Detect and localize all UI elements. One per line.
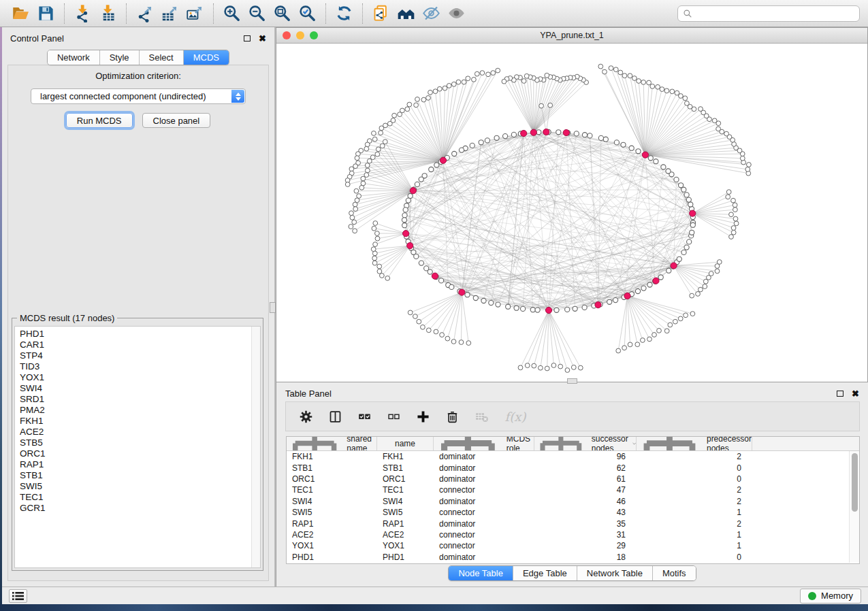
mcds-result-item[interactable]: SWI5 — [20, 481, 260, 492]
cell-shared-name[interactable]: SWI5 — [287, 508, 377, 517]
cell-successor-nodes[interactable]: 18 — [534, 552, 637, 562]
mcds-result-item[interactable]: PMA2 — [20, 405, 260, 416]
cell-name[interactable]: FKH1 — [377, 452, 434, 461]
minimize-window-icon[interactable] — [296, 31, 304, 39]
mcds-result-item[interactable]: SWI4 — [20, 383, 260, 394]
zoom-fit-button[interactable] — [270, 2, 295, 25]
import-table-button[interactable] — [95, 2, 120, 25]
deselect-all-checkboxes-button[interactable] — [385, 408, 402, 425]
cell-shared-name[interactable]: ORC1 — [287, 474, 377, 484]
zoom-in-button[interactable] — [219, 2, 244, 25]
mcds-result-item[interactable]: SRD1 — [20, 394, 260, 405]
cell-predecessor-nodes[interactable]: 1 — [637, 508, 752, 517]
tab-node-table[interactable]: Node Table — [449, 566, 513, 580]
tab-select[interactable]: Select — [140, 50, 184, 65]
open-file-button[interactable] — [8, 2, 33, 25]
cell-MCDS-role[interactable]: dominator — [434, 452, 534, 461]
mcds-result-item[interactable]: GCR1 — [20, 503, 260, 514]
cell-name[interactable]: TEC1 — [377, 485, 434, 495]
new-network-from-selection-button[interactable] — [368, 2, 393, 25]
mcds-result-item[interactable]: STP4 — [20, 350, 260, 361]
cell-predecessor-nodes[interactable]: 1 — [637, 541, 752, 550]
mcds-result-list[interactable]: PHD1CAR1STP4TID3YOX1SWI4SRD1PMA2FKH1ACE2… — [14, 326, 261, 568]
cell-name[interactable]: SWI4 — [377, 497, 434, 506]
mcds-result-item[interactable]: STB5 — [20, 437, 260, 448]
cell-MCDS-role[interactable]: connector — [434, 485, 534, 495]
close-panel-icon[interactable]: ✖ — [259, 34, 266, 43]
cell-predecessor-nodes[interactable]: 0 — [637, 463, 752, 473]
cell-MCDS-role[interactable]: connector — [434, 508, 534, 517]
cell-name[interactable]: YOX1 — [377, 541, 434, 550]
memory-button[interactable]: Memory — [800, 589, 861, 604]
mcds-result-item[interactable]: STB1 — [20, 470, 260, 481]
mcds-result-item[interactable]: YOX1 — [20, 372, 260, 383]
network-graph[interactable] — [276, 44, 867, 382]
tab-edge-table[interactable]: Edge Table — [513, 566, 577, 580]
cell-shared-name[interactable]: SWI4 — [287, 497, 377, 506]
cell-MCDS-role[interactable]: dominator — [434, 519, 534, 529]
mcds-result-scrollbar[interactable] — [251, 327, 260, 567]
cell-name[interactable]: SWI5 — [377, 508, 434, 517]
cell-successor-nodes[interactable]: 46 — [534, 497, 637, 506]
cell-predecessor-nodes[interactable]: 2 — [637, 485, 752, 495]
mcds-result-item[interactable]: ORC1 — [20, 448, 260, 459]
cell-shared-name[interactable]: ACE2 — [287, 530, 377, 540]
cell-successor-nodes[interactable]: 31 — [534, 530, 637, 540]
cell-successor-nodes[interactable]: 29 — [534, 541, 637, 550]
close-window-icon[interactable] — [283, 31, 291, 39]
cell-name[interactable]: ACE2 — [377, 530, 434, 540]
cell-shared-name[interactable]: FKH1 — [287, 452, 377, 461]
cell-shared-name[interactable]: STB1 — [287, 463, 377, 473]
table-scrollbar-thumb[interactable] — [852, 453, 858, 512]
apply-preferred-layout-button[interactable] — [332, 2, 357, 25]
network-canvas[interactable] — [276, 44, 867, 382]
optimization-criterion-select[interactable]: largest connected component (undirected) — [31, 88, 246, 104]
close-panel-button[interactable]: Close panel — [142, 113, 211, 128]
export-network-button[interactable] — [132, 2, 157, 25]
mcds-result-item[interactable]: CAR1 — [20, 340, 260, 350]
cell-shared-name[interactable]: YOX1 — [287, 541, 377, 550]
cell-MCDS-role[interactable]: dominator — [434, 474, 534, 484]
cell-predecessor-nodes[interactable]: 2 — [637, 452, 752, 461]
cell-predecessor-nodes[interactable]: 2 — [637, 497, 752, 506]
save-session-button[interactable] — [33, 2, 59, 25]
cell-shared-name[interactable]: PHD1 — [287, 552, 377, 562]
tab-network-table[interactable]: Network Table — [577, 566, 653, 580]
task-history-button[interactable] — [9, 589, 27, 603]
mcds-result-item[interactable]: TID3 — [20, 361, 260, 372]
column-header-predecessor-nodes[interactable]: predecessor nodes — [637, 437, 752, 450]
export-table-button[interactable] — [157, 2, 182, 25]
cell-successor-nodes[interactable]: 96 — [534, 452, 637, 461]
column-header-MCDS-role[interactable]: MCDS role — [434, 437, 534, 450]
import-network-button[interactable] — [70, 2, 95, 25]
float-panel-icon[interactable] — [244, 35, 251, 42]
mcds-result-item[interactable]: RAP1 — [20, 459, 260, 470]
cell-MCDS-role[interactable]: dominator — [434, 463, 534, 473]
cell-name[interactable]: STB1 — [377, 463, 434, 473]
cell-name[interactable]: ORC1 — [377, 474, 434, 484]
cell-successor-nodes[interactable]: 62 — [534, 463, 637, 473]
cell-shared-name[interactable]: RAP1 — [287, 519, 377, 529]
close-panel-icon[interactable]: ✖ — [852, 389, 859, 398]
cell-name[interactable]: RAP1 — [377, 519, 434, 529]
mcds-result-item[interactable]: FKH1 — [20, 416, 260, 427]
cell-successor-nodes[interactable]: 47 — [534, 485, 637, 495]
mcds-result-item[interactable]: ACE2 — [20, 427, 260, 437]
cell-successor-nodes[interactable]: 43 — [534, 508, 637, 517]
mcds-result-item[interactable]: TEC1 — [20, 492, 260, 503]
tab-style[interactable]: Style — [100, 50, 140, 65]
table-scrollbar[interactable] — [849, 451, 859, 563]
horizontal-splitter-grip[interactable] — [567, 378, 577, 384]
column-header-shared-name[interactable]: shared name — [287, 437, 377, 450]
vertical-splitter-grip[interactable] — [270, 302, 276, 313]
zoom-out-button[interactable] — [244, 2, 270, 25]
tab-mcds[interactable]: MCDS — [184, 50, 229, 65]
cell-shared-name[interactable]: TEC1 — [287, 485, 377, 495]
export-image-button[interactable] — [182, 2, 208, 25]
hide-selected-button[interactable] — [419, 2, 444, 25]
cell-predecessor-nodes[interactable]: 0 — [637, 552, 752, 562]
tab-network[interactable]: Network — [48, 50, 100, 65]
tab-motifs[interactable]: Motifs — [653, 566, 696, 580]
select-all-checkboxes-button[interactable] — [355, 408, 373, 425]
zoom-window-icon[interactable] — [310, 31, 318, 39]
